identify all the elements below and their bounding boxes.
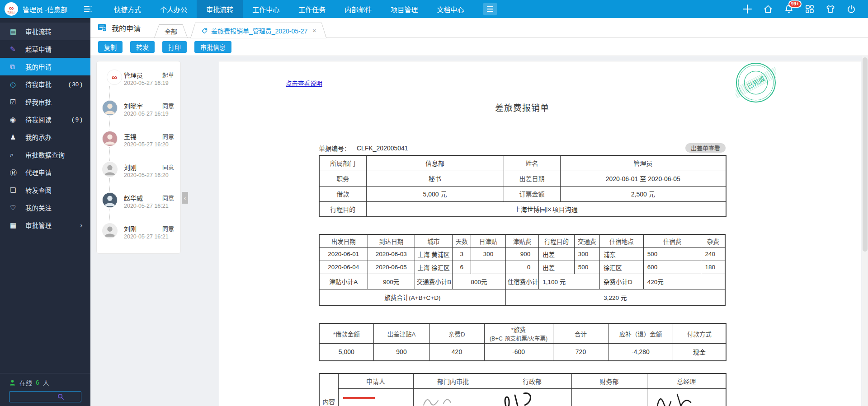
home-icon[interactable]	[763, 4, 773, 14]
subtotal-cell: 住宿费小计C	[505, 274, 538, 289]
info-label: 姓名	[504, 155, 560, 171]
sidebar-item[interactable]: 审批管理 ›	[0, 216, 90, 234]
view-trip-order-button[interactable]: 出差单查看	[685, 143, 726, 153]
settlement-header: 合计	[553, 323, 609, 344]
sidebar-item-label: 经我审批	[25, 97, 82, 107]
logout-power-icon[interactable]	[846, 4, 856, 14]
sidebar-item[interactable]: 经我审批	[0, 93, 90, 111]
sidebar-item-label: 审批流转	[25, 27, 82, 36]
signature-cell-dept	[413, 389, 493, 406]
sidebar-item-icon	[10, 116, 22, 124]
sidebar-item-label: 起草申请	[25, 44, 82, 54]
sidebar-item-label: 代理申请	[25, 168, 82, 177]
sidebar-item[interactable]: 起草申请	[0, 40, 90, 58]
timeline-item[interactable]: ∞ 管理员 起草 2020-05-27 16:19	[102, 65, 180, 96]
topbar-menu-label: 项目管理	[391, 5, 418, 14]
timeline-item[interactable]: 刘刚 同意 2020-05-27 16:20	[102, 157, 180, 188]
subtotal-cell: 杂费小计D	[599, 274, 643, 289]
sidebar-item-icon	[10, 63, 22, 71]
info-value: 5,000 元	[366, 186, 504, 201]
toolbar-button[interactable]: 转发	[130, 41, 155, 53]
subtotal-cell: 800元	[453, 274, 505, 289]
sidebar-item[interactable]: 审批流转	[0, 23, 90, 40]
notifications-bell-icon[interactable]: 99+	[784, 4, 794, 14]
topbar-menu-label: 快捷方式	[114, 5, 141, 14]
app-logo[interactable]: ∞ 华天动力	[5, 2, 18, 16]
trip-cell: 300	[471, 247, 506, 261]
sidebar-item[interactable]: 待我阅读 ( 9 )	[0, 111, 90, 128]
tab-all[interactable]: 全部	[154, 24, 188, 38]
topbar-menu-item[interactable]: 快捷方式	[104, 0, 151, 18]
signature-scribble	[649, 390, 708, 406]
close-icon[interactable]: ×	[312, 27, 316, 34]
timeline-item[interactable]: 赵华威 同意 2020-05-27 16:21	[102, 188, 180, 219]
sidebar-item[interactable]: 待我审批 ( 30 )	[0, 75, 90, 93]
approver-name: 管理员	[124, 70, 143, 79]
topbar-menu-item[interactable]: 内部邮件	[335, 0, 381, 18]
trip-cell: 500	[643, 247, 701, 261]
toolbar-button[interactable]: 打印	[162, 41, 187, 53]
theme-shirt-icon[interactable]	[826, 4, 835, 14]
approval-status: 同意	[162, 193, 174, 202]
collapse-panel-icon[interactable]: ‹	[182, 192, 188, 204]
online-search-input[interactable]	[9, 391, 81, 402]
new-item-icon[interactable]	[742, 4, 752, 14]
sidebar: 审批流转 起草申请 我的申请 待我审批 ( 30 )	[0, 18, 90, 406]
approval-timeline: ∞ 管理员 起草 2020-05-27 16:19	[96, 61, 181, 254]
sidebar-item[interactable]: 我的申请	[0, 58, 90, 75]
search-icon[interactable]	[57, 393, 64, 400]
subtotal-cell: 1,100 元	[539, 274, 600, 289]
timeline-item[interactable]: 王锦 同意 2020-05-27 16:20	[102, 126, 180, 157]
approval-status: 起草	[162, 70, 174, 79]
sidebar-item[interactable]: 代理申请	[0, 163, 90, 181]
sign-header: 财务部	[571, 373, 647, 389]
topbar-menu-item[interactable]: 审批流转	[197, 0, 243, 18]
trip-header: 津贴费	[505, 234, 538, 247]
scrollbar-thumb[interactable]	[863, 57, 868, 252]
timeline-item[interactable]: 刘刚 同意 2020-05-27 16:21	[102, 219, 180, 249]
current-user: 管理员 -信息部	[23, 5, 67, 14]
sidebar-item[interactable]: 转发查阅	[0, 181, 90, 199]
trip-total-label: 旅费合计(A+B+C+D)	[319, 289, 505, 305]
doc-no-value: CLFK_202005041	[357, 145, 408, 152]
settlement-header: *借款金额	[319, 323, 373, 344]
approval-time: 2020-05-27 16:19	[124, 111, 169, 117]
menu-collapse-icon[interactable]	[83, 4, 93, 14]
topbar-menu-label: 工作中心	[252, 5, 279, 14]
trip-row: 2020-06-04 2020-06-05 上海 徐汇区 6 0 出差 500 …	[319, 261, 725, 274]
sidebar-item[interactable]: 我的承办	[0, 128, 90, 146]
timeline-item[interactable]: 刘晓宇 同意 2020-05-27 16:19	[102, 96, 180, 126]
basic-info-table: 所属部门 信息部 姓名 管理员 职务 秘书 出差日期 2020-06-01 至 …	[319, 155, 726, 217]
apps-grid-icon[interactable]	[805, 4, 815, 14]
online-panel: 在线 6 人	[0, 373, 90, 406]
trip-cell: 240	[701, 247, 725, 261]
person-icon	[103, 223, 117, 238]
topbar-menu-item[interactable]: 工作任务	[289, 0, 335, 18]
more-menus-icon[interactable]	[483, 3, 497, 15]
person-icon	[103, 131, 117, 146]
signature-cell-finance	[571, 389, 647, 406]
topbar-menu-item[interactable]: 文档中心	[427, 0, 473, 18]
toolbar-button[interactable]: 审批信息	[194, 41, 231, 53]
topbar-menu-item[interactable]: 个人办公	[151, 0, 197, 18]
sidebar-item[interactable]: 审批数据查询	[0, 146, 90, 163]
trip-cell: 上海 徐汇区	[415, 261, 453, 274]
toolbar-button[interactable]: 复制	[98, 41, 123, 53]
topbar-menu-label: 文档中心	[437, 5, 464, 14]
vertical-scrollbar[interactable]	[862, 56, 868, 406]
settlement-header: 杂费D	[429, 323, 484, 344]
topbar-menu-item[interactable]: 工作中心	[243, 0, 289, 18]
info-label: 所属部门	[319, 155, 366, 171]
sidebar-item-icon	[10, 80, 22, 89]
expense-form: 点击查看说明 差旅费报销单 单据编号： CLFK_202005041 出差单查看…	[319, 61, 726, 406]
topbar-menu-item[interactable]: 项目管理	[381, 0, 427, 18]
trip-cell: 浦东	[599, 247, 643, 261]
subtotal-cell: 交通费小计B	[415, 274, 453, 289]
view-instructions-link[interactable]: 点击查看说明	[286, 79, 322, 88]
trip-cell: 2020-06-05	[368, 261, 415, 274]
sidebar-item[interactable]: 我的关注	[0, 199, 90, 216]
topbar-menu-label: 审批流转	[206, 5, 233, 14]
sidebar-item-icon	[10, 186, 22, 194]
info-label: 借款	[319, 186, 366, 201]
tab-document[interactable]: 差旅费报销单_管理员_2020-05-27 ×	[190, 23, 326, 38]
